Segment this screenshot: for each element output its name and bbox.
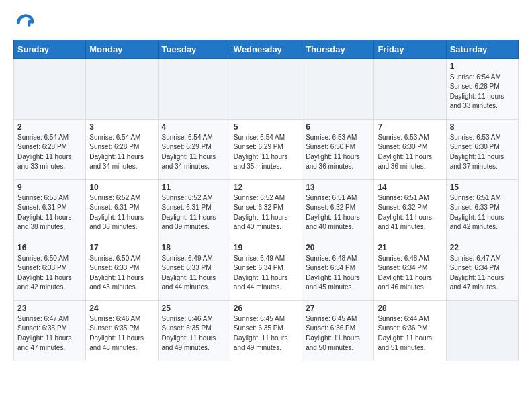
day-number: 17 <box>89 243 154 253</box>
day-info: Sunrise: 6:54 AM Sunset: 6:28 PM Dayligh… <box>450 73 515 111</box>
calendar-day-cell: 11Sunrise: 6:52 AM Sunset: 6:31 PM Dayli… <box>158 179 230 240</box>
day-number: 25 <box>162 304 226 313</box>
calendar-day-cell: 10Sunrise: 6:52 AM Sunset: 6:31 PM Dayli… <box>86 179 158 240</box>
day-info: Sunrise: 6:53 AM Sunset: 6:31 PM Dayligh… <box>17 193 82 232</box>
calendar-day-cell: 19Sunrise: 6:49 AM Sunset: 6:34 PM Dayli… <box>230 240 302 300</box>
day-number: 12 <box>234 183 298 192</box>
day-info: Sunrise: 6:47 AM Sunset: 6:34 PM Dayligh… <box>450 254 515 293</box>
day-info: Sunrise: 6:52 AM Sunset: 6:31 PM Dayligh… <box>89 193 154 232</box>
calendar-day-cell: 22Sunrise: 6:47 AM Sunset: 6:34 PM Dayli… <box>446 240 518 300</box>
calendar-week-row: 2Sunrise: 6:54 AM Sunset: 6:28 PM Daylig… <box>14 119 519 179</box>
calendar-day-cell: 25Sunrise: 6:46 AM Sunset: 6:35 PM Dayli… <box>158 300 230 361</box>
column-header-saturday: Saturday <box>446 40 518 58</box>
day-info: Sunrise: 6:45 AM Sunset: 6:36 PM Dayligh… <box>306 314 370 353</box>
day-number: 11 <box>162 183 226 192</box>
page-header <box>13 13 519 33</box>
calendar-day-cell: 28Sunrise: 6:44 AM Sunset: 6:36 PM Dayli… <box>374 300 446 361</box>
column-header-wednesday: Wednesday <box>230 40 302 58</box>
day-number: 16 <box>17 243 82 253</box>
calendar-day-cell <box>230 58 302 119</box>
day-info: Sunrise: 6:51 AM Sunset: 6:32 PM Dayligh… <box>378 193 442 232</box>
calendar-day-cell: 8Sunrise: 6:53 AM Sunset: 6:30 PM Daylig… <box>446 119 518 179</box>
day-number: 9 <box>17 183 82 192</box>
day-info: Sunrise: 6:46 AM Sunset: 6:35 PM Dayligh… <box>89 314 154 353</box>
calendar-day-cell: 3Sunrise: 6:54 AM Sunset: 6:28 PM Daylig… <box>86 119 158 179</box>
calendar-day-cell: 1Sunrise: 6:54 AM Sunset: 6:28 PM Daylig… <box>446 58 518 119</box>
day-info: Sunrise: 6:54 AM Sunset: 6:29 PM Dayligh… <box>234 133 298 172</box>
day-number: 6 <box>306 122 370 132</box>
day-info: Sunrise: 6:52 AM Sunset: 6:31 PM Dayligh… <box>162 193 226 232</box>
calendar-day-cell: 6Sunrise: 6:53 AM Sunset: 6:30 PM Daylig… <box>302 119 374 179</box>
day-number: 23 <box>17 304 82 313</box>
day-info: Sunrise: 6:48 AM Sunset: 6:34 PM Dayligh… <box>306 254 370 293</box>
day-info: Sunrise: 6:53 AM Sunset: 6:30 PM Dayligh… <box>450 133 515 172</box>
day-info: Sunrise: 6:53 AM Sunset: 6:30 PM Dayligh… <box>378 133 442 172</box>
calendar-day-cell <box>158 58 230 119</box>
day-number: 4 <box>162 122 226 132</box>
day-number: 22 <box>450 243 515 253</box>
calendar-day-cell: 23Sunrise: 6:47 AM Sunset: 6:35 PM Dayli… <box>14 300 86 361</box>
calendar-day-cell: 21Sunrise: 6:48 AM Sunset: 6:34 PM Dayli… <box>374 240 446 300</box>
day-number: 28 <box>378 304 442 313</box>
logo <box>13 13 36 33</box>
day-info: Sunrise: 6:54 AM Sunset: 6:29 PM Dayligh… <box>162 133 226 172</box>
column-header-thursday: Thursday <box>302 40 374 58</box>
day-info: Sunrise: 6:54 AM Sunset: 6:28 PM Dayligh… <box>17 133 82 172</box>
day-info: Sunrise: 6:46 AM Sunset: 6:35 PM Dayligh… <box>162 314 226 353</box>
day-number: 15 <box>450 183 515 192</box>
column-header-sunday: Sunday <box>14 40 86 58</box>
calendar-day-cell: 7Sunrise: 6:53 AM Sunset: 6:30 PM Daylig… <box>374 119 446 179</box>
calendar-day-cell: 9Sunrise: 6:53 AM Sunset: 6:31 PM Daylig… <box>14 179 86 240</box>
calendar-day-cell: 14Sunrise: 6:51 AM Sunset: 6:32 PM Dayli… <box>374 179 446 240</box>
day-number: 10 <box>89 183 154 192</box>
calendar-day-cell: 27Sunrise: 6:45 AM Sunset: 6:36 PM Dayli… <box>302 300 374 361</box>
calendar-day-cell: 16Sunrise: 6:50 AM Sunset: 6:33 PM Dayli… <box>14 240 86 300</box>
calendar-week-row: 1Sunrise: 6:54 AM Sunset: 6:28 PM Daylig… <box>14 58 519 119</box>
calendar: SundayMondayTuesdayWednesdayThursdayFrid… <box>13 40 519 361</box>
calendar-day-cell <box>86 58 158 119</box>
day-number: 13 <box>306 183 370 192</box>
day-info: Sunrise: 6:44 AM Sunset: 6:36 PM Dayligh… <box>378 314 442 353</box>
day-info: Sunrise: 6:50 AM Sunset: 6:33 PM Dayligh… <box>89 254 154 293</box>
day-number: 20 <box>306 243 370 253</box>
day-info: Sunrise: 6:45 AM Sunset: 6:35 PM Dayligh… <box>234 314 298 353</box>
calendar-day-cell: 4Sunrise: 6:54 AM Sunset: 6:29 PM Daylig… <box>158 119 230 179</box>
day-info: Sunrise: 6:50 AM Sunset: 6:33 PM Dayligh… <box>17 254 82 293</box>
calendar-week-row: 23Sunrise: 6:47 AM Sunset: 6:35 PM Dayli… <box>14 300 519 361</box>
day-info: Sunrise: 6:49 AM Sunset: 6:34 PM Dayligh… <box>234 254 298 293</box>
day-number: 8 <box>450 122 515 132</box>
day-info: Sunrise: 6:52 AM Sunset: 6:32 PM Dayligh… <box>234 193 298 232</box>
calendar-header-row: SundayMondayTuesdayWednesdayThursdayFrid… <box>14 40 519 58</box>
calendar-week-row: 9Sunrise: 6:53 AM Sunset: 6:31 PM Daylig… <box>14 179 519 240</box>
day-info: Sunrise: 6:51 AM Sunset: 6:33 PM Dayligh… <box>450 193 515 232</box>
day-info: Sunrise: 6:49 AM Sunset: 6:33 PM Dayligh… <box>162 254 226 293</box>
day-number: 2 <box>17 122 82 132</box>
logo-icon <box>16 13 35 32</box>
calendar-day-cell: 20Sunrise: 6:48 AM Sunset: 6:34 PM Dayli… <box>302 240 374 300</box>
calendar-day-cell: 15Sunrise: 6:51 AM Sunset: 6:33 PM Dayli… <box>446 179 518 240</box>
day-number: 27 <box>306 304 370 313</box>
calendar-day-cell: 18Sunrise: 6:49 AM Sunset: 6:33 PM Dayli… <box>158 240 230 300</box>
day-number: 5 <box>234 122 298 132</box>
day-number: 21 <box>378 243 442 253</box>
day-number: 7 <box>378 122 442 132</box>
column-header-monday: Monday <box>86 40 158 58</box>
calendar-day-cell: 24Sunrise: 6:46 AM Sunset: 6:35 PM Dayli… <box>86 300 158 361</box>
day-number: 1 <box>450 62 515 71</box>
day-number: 26 <box>234 304 298 313</box>
calendar-day-cell <box>14 58 86 119</box>
day-info: Sunrise: 6:51 AM Sunset: 6:32 PM Dayligh… <box>306 193 370 232</box>
day-info: Sunrise: 6:47 AM Sunset: 6:35 PM Dayligh… <box>17 314 82 353</box>
calendar-day-cell <box>446 300 518 361</box>
day-info: Sunrise: 6:48 AM Sunset: 6:34 PM Dayligh… <box>378 254 442 293</box>
column-header-tuesday: Tuesday <box>158 40 230 58</box>
day-info: Sunrise: 6:53 AM Sunset: 6:30 PM Dayligh… <box>306 133 370 172</box>
calendar-day-cell: 13Sunrise: 6:51 AM Sunset: 6:32 PM Dayli… <box>302 179 374 240</box>
calendar-day-cell: 12Sunrise: 6:52 AM Sunset: 6:32 PM Dayli… <box>230 179 302 240</box>
day-number: 3 <box>89 122 154 132</box>
calendar-day-cell: 5Sunrise: 6:54 AM Sunset: 6:29 PM Daylig… <box>230 119 302 179</box>
calendar-day-cell <box>302 58 374 119</box>
day-number: 19 <box>234 243 298 253</box>
calendar-day-cell: 2Sunrise: 6:54 AM Sunset: 6:28 PM Daylig… <box>14 119 86 179</box>
day-number: 18 <box>162 243 226 253</box>
